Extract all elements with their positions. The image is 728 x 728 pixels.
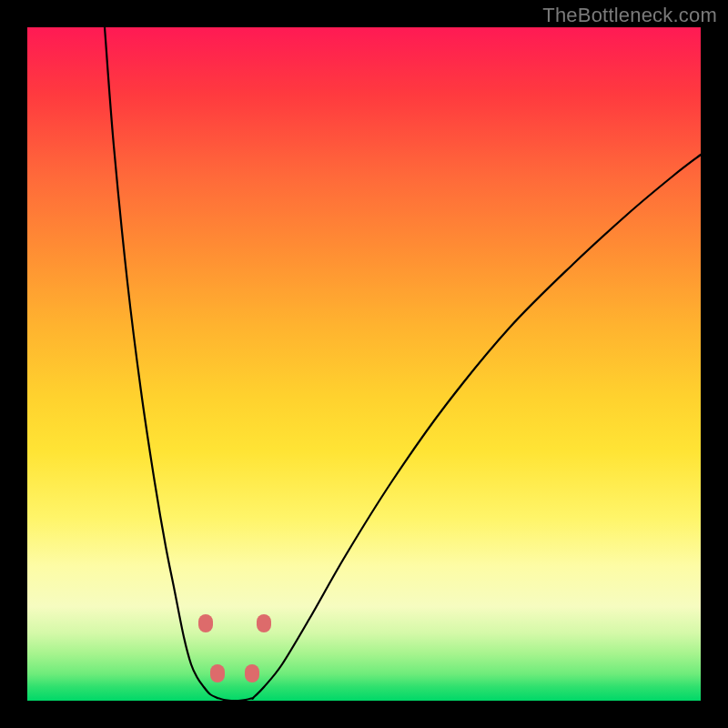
watermark-text: TheBottleneck.com [542,4,717,27]
plot-area [27,27,701,701]
curve-bead [257,614,271,632]
chart-container: TheBottleneck.com [0,0,728,728]
curve-bead [210,664,225,682]
curve-svg [27,27,701,701]
curve-beads [198,614,271,682]
bottleneck-curve [105,27,701,701]
curve-bead [198,614,213,632]
curve-bead [245,664,259,682]
